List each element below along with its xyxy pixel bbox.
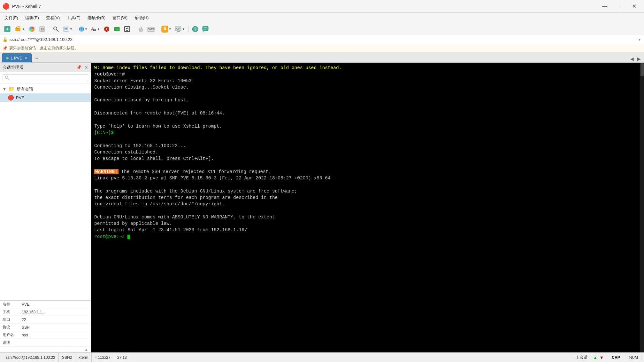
maximize-button[interactable]: □ [612, 0, 627, 13]
term-line-19: The programs included with the Debian GN… [94, 188, 641, 194]
toolbar-green-button[interactable]: ↑↓ [112, 25, 121, 33]
toolbar-globe-button[interactable]: ▼ [79, 25, 88, 33]
term-line-14: To escape to local shell, press Ctrl+Alt… [94, 155, 641, 162]
tab-nav-right[interactable]: ▶ [636, 55, 642, 62]
term-line-0: W: Some index files failed to download. … [94, 65, 641, 71]
toolbar-maximize-button[interactable] [123, 25, 132, 33]
title-left: 🔴 PVE - Xshell 7 [3, 3, 41, 10]
prop-row-host: 主机 192.168.1.1... [0, 308, 91, 316]
cap-text: CAP [609, 355, 622, 360]
terminal-prompt: root@pve:~# [94, 234, 125, 239]
toolbar: + ▼ ⊡ [0, 23, 644, 35]
svg-text:⊡: ⊡ [41, 27, 44, 31]
status-cap-seg: CAP [606, 355, 626, 360]
prop-key-desc: 说明 [0, 339, 19, 347]
tab-pve[interactable]: 1 PVE ✕ [2, 53, 32, 62]
term-line-9: Type `help' to learn how to use Xshell p… [94, 123, 641, 130]
status-xterm: xterm [75, 353, 92, 362]
term-line-21: individual files in /usr/share/doc/*/cop… [94, 201, 641, 207]
dimensions-icon: ⌗ [95, 355, 97, 359]
svg-rect-41 [177, 31, 180, 32]
status-ssh2: SSH2 [59, 353, 75, 362]
toolbar-transfer-button[interactable]: ⇅ ▼ [160, 25, 172, 33]
close-button[interactable]: ✕ [627, 0, 641, 13]
toolbar-keyboard-button[interactable] [147, 25, 156, 33]
num-text: NUM [629, 355, 638, 360]
prop-row-protocol: 协议 SSH [0, 324, 91, 331]
tab-add-button[interactable]: + [33, 55, 41, 62]
tree-label-all: 所有会话 [17, 86, 33, 92]
term-line-26: root@pve:~# [94, 233, 641, 240]
toolbar-help-button[interactable]: ? [191, 25, 200, 33]
menu-edit[interactable]: 编辑(E) [22, 14, 42, 22]
session-close-icon[interactable]: ✕ [85, 65, 88, 70]
toolbar-chat-button[interactable] [201, 25, 210, 33]
prop-val-protocol: SSH [19, 324, 91, 331]
toolbar-open-button[interactable]: ▼ [14, 25, 26, 33]
scrollbar-thumb[interactable] [640, 63, 644, 76]
prop-val-port: 22 [19, 316, 91, 324]
props-scroll-up[interactable]: ▲ [84, 347, 88, 352]
tree-item-all-sessions[interactable]: ▼ 📁 所有会话 [0, 85, 91, 93]
toolbar-screenshot-button[interactable]: ▼ [62, 25, 74, 33]
svg-point-10 [54, 27, 57, 30]
status-ssh-url: ssh://root@192.168.1.100:22 [3, 353, 59, 362]
term-line-10: [C:\~]$ [94, 130, 641, 136]
svg-point-48 [5, 76, 8, 79]
minimize-button[interactable]: — [597, 0, 612, 13]
status-arrows: ▲ ▼ [591, 355, 606, 360]
toolbar-new-button[interactable]: + [2, 25, 13, 33]
status-ssh2-text: SSH2 [62, 355, 72, 360]
tab-nav: ◀ ▶ [629, 55, 642, 62]
terminal-area[interactable]: W: Some index files failed to download. … [91, 63, 644, 352]
tab-nav-left[interactable]: ◀ [629, 55, 635, 62]
toolbar-disconnect-button[interactable]: ⊡ [38, 25, 47, 33]
svg-point-4 [30, 27, 32, 29]
toolbar-compose-button[interactable] [27, 25, 36, 33]
menu-help[interactable]: 帮助(H) [131, 14, 152, 22]
toolbar-search-button[interactable] [51, 25, 60, 33]
status-position-text: 27,13 [117, 355, 127, 360]
svg-point-14 [65, 28, 67, 29]
term-line-5: Connection closed by foreign host. [94, 97, 641, 103]
menu-window[interactable]: 窗口(W) [109, 14, 131, 22]
search-wrap [3, 74, 88, 81]
menu-tools[interactable]: 工具(T) [64, 14, 84, 22]
menu-view[interactable]: 查看(V) [43, 14, 63, 22]
term-line-6 [94, 104, 641, 110]
status-position: 27,13 [114, 353, 130, 362]
terminal-content[interactable]: W: Some index files failed to download. … [91, 63, 644, 352]
toolbar-separator-1 [49, 26, 49, 32]
svg-text:↑↓: ↑↓ [115, 28, 119, 31]
left-panel: 会话管理器 📌 ✕ ▼ 📁 所有会话 🔴 PVE [0, 63, 91, 352]
term-line-4 [94, 90, 641, 97]
term-line-24: permitted by applicable law. [94, 220, 641, 227]
session-search-input[interactable] [11, 75, 86, 80]
scroll-up-arrow[interactable]: ▲ [592, 355, 599, 360]
toolbar-monitor-button[interactable]: ▼ [174, 25, 186, 33]
session-manager-label: 会话管理器 [3, 65, 23, 70]
tree-item-pve[interactable]: 🔴 PVE [0, 93, 91, 102]
term-line-17: Linux pve 5.15.30-2-pve #1 SMP PVE 5.15.… [94, 175, 641, 181]
toolbar-lock-button[interactable] [136, 25, 145, 33]
terminal-cursor [127, 235, 130, 239]
transfer-arrow: ▼ [169, 28, 172, 31]
status-dimensions-text: 112x27 [98, 355, 110, 360]
menu-file[interactable]: 文件(F) [1, 14, 21, 22]
toolbar-separator-2 [76, 26, 76, 32]
svg-rect-46 [203, 28, 207, 28]
prop-row-desc: 说明 [0, 339, 91, 347]
svg-text:a: a [94, 27, 96, 32]
toolbar-red-circle-button[interactable]: X [102, 25, 111, 33]
status-sessions-text: 1 会话 [577, 355, 587, 360]
tab-close-button[interactable]: ✕ [24, 56, 27, 60]
globe-arrow: ▼ [85, 28, 88, 31]
scroll-down-arrow[interactable]: ▼ [598, 355, 605, 360]
term-line-25: Last login: Sat Apr 1 23:41:51 2023 from… [94, 227, 641, 233]
terminal-scrollbar[interactable] [640, 63, 644, 352]
status-num-seg: NUM [626, 355, 641, 360]
address-dropdown-icon[interactable]: ▼ [638, 37, 641, 42]
menu-tabs[interactable]: 选项卡(B) [84, 14, 109, 22]
warning-badge: WARNING! [94, 169, 119, 174]
toolbar-font-button[interactable]: A a ▼ [89, 25, 101, 33]
